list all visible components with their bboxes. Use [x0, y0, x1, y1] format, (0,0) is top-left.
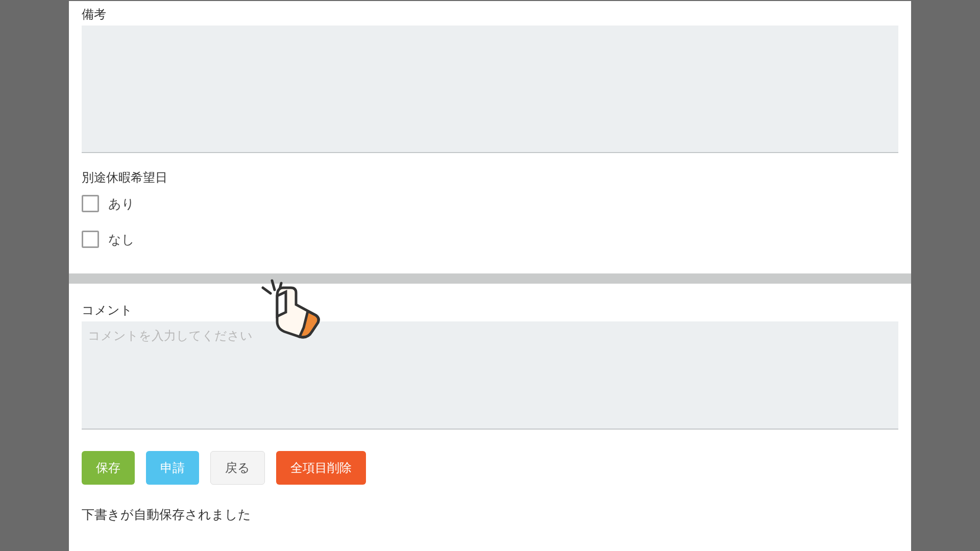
svg-line-2: [279, 283, 281, 291]
section-divider: [69, 273, 911, 284]
comment-textarea[interactable]: [82, 321, 898, 430]
vacation-request-section: 別途休暇希望日 あり なし: [82, 169, 898, 248]
autosave-status: 下書きが自動保存されました: [82, 506, 898, 523]
back-button[interactable]: 戻る: [210, 451, 265, 485]
vacation-checkbox-group: あり なし: [82, 195, 898, 248]
vacation-request-label: 別途休暇希望日: [82, 169, 898, 186]
comment-label: コメント: [82, 302, 898, 318]
checkbox-row-yes: あり: [82, 195, 898, 212]
remarks-textarea[interactable]: [82, 26, 898, 153]
checkbox-yes-label: あり: [108, 195, 135, 212]
checkbox-no-label: なし: [108, 231, 135, 248]
remarks-label: 備考: [82, 6, 898, 22]
svg-line-1: [263, 288, 271, 293]
checkbox-no[interactable]: [82, 231, 99, 248]
form-container: 備考 別途休暇希望日 あり なし コメント 保存 申請 戻る 全項目削除 下書き…: [69, 1, 911, 551]
save-button[interactable]: 保存: [82, 451, 135, 485]
delete-all-button[interactable]: 全項目削除: [276, 451, 366, 485]
checkbox-yes[interactable]: [82, 195, 99, 212]
button-row: 保存 申請 戻る 全項目削除: [82, 451, 898, 485]
checkbox-row-no: なし: [82, 231, 898, 248]
apply-button[interactable]: 申請: [146, 451, 199, 485]
